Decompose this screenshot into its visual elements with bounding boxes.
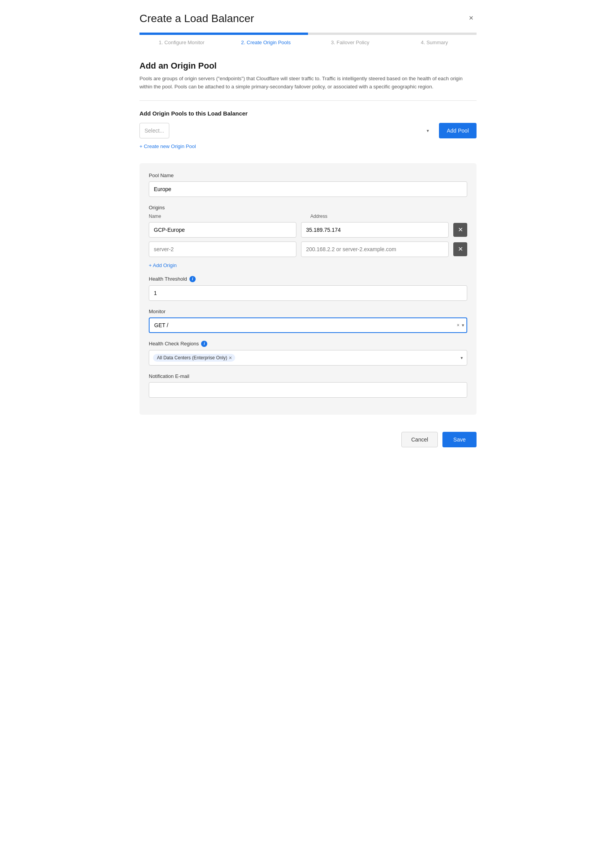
section-title: Add an Origin Pool (139, 61, 477, 71)
health-threshold-input[interactable] (149, 285, 467, 301)
pool-select[interactable]: Select... (139, 123, 169, 138)
pool-form: Pool Name Origins Name Address ✕ ✕ + Add… (139, 163, 477, 415)
create-load-balancer-modal: Create a Load Balancer × 1. Configure Mo… (124, 0, 492, 463)
step-summary[interactable]: 4. Summary (392, 35, 477, 50)
monitor-dropdown-icon[interactable]: ▾ (462, 323, 464, 328)
cancel-button[interactable]: Cancel (401, 432, 438, 447)
steps-navigation: 1. Configure Monitor 2. Create Origin Po… (139, 35, 477, 50)
add-pools-subsection-title: Add Origin Pools to this Load Balancer (139, 110, 477, 117)
health-threshold-label: Health Threshold i (149, 276, 467, 282)
monitor-clear-icon[interactable]: × (457, 323, 459, 328)
notification-email-group: Notification E-mail (149, 373, 467, 398)
health-check-regions-label: Health Check Regions i (149, 341, 467, 347)
origin-row-1: ✕ (149, 222, 467, 238)
origin-address-input-1[interactable] (301, 222, 449, 238)
modal-header: Create a Load Balancer × (139, 12, 477, 25)
monitor-group: Monitor × ▾ (149, 309, 467, 333)
health-check-regions-group: Health Check Regions i All Data Centers … (149, 341, 467, 366)
section-divider (139, 100, 477, 101)
step-configure-monitor[interactable]: 1. Configure Monitor (139, 35, 224, 50)
origins-header: Name Address (149, 214, 467, 219)
pool-name-label: Pool Name (149, 172, 467, 178)
select-pool-row: Select... Add Pool (139, 123, 477, 138)
remove-origin-button-2[interactable]: ✕ (453, 242, 467, 256)
origin-address-input-2[interactable] (301, 241, 449, 257)
add-origin-link[interactable]: + Add Origin (149, 262, 177, 268)
origin-name-input-1[interactable] (149, 222, 296, 238)
address-col-label: Address (310, 214, 467, 219)
monitor-select-input[interactable] (149, 317, 467, 333)
pool-name-input[interactable] (149, 181, 467, 197)
health-check-dropdown-arrow: ▾ (461, 355, 463, 360)
origins-label: Origins (149, 205, 467, 210)
notification-email-input[interactable] (149, 382, 467, 398)
origin-row-2: ✕ (149, 241, 467, 257)
health-threshold-group: Health Threshold i (149, 276, 467, 301)
add-pool-button[interactable]: Add Pool (439, 123, 477, 138)
create-new-origin-pool-link[interactable]: + Create new Origin Pool (139, 143, 196, 149)
save-button[interactable]: Save (442, 432, 477, 447)
health-check-tag-remove[interactable]: × (229, 355, 232, 360)
health-check-regions-wrapper[interactable]: All Data Centers (Enterprise Only) × ▾ (149, 350, 467, 366)
health-check-regions-info-icon[interactable]: i (201, 341, 207, 347)
close-button[interactable]: × (466, 12, 477, 23)
health-check-tag: All Data Centers (Enterprise Only) × (153, 354, 235, 362)
notification-email-label: Notification E-mail (149, 373, 467, 379)
step-create-origin-pools[interactable]: 2. Create Origin Pools (224, 35, 308, 50)
modal-footer: Cancel Save (139, 426, 477, 447)
remove-origin-button-1[interactable]: ✕ (453, 223, 467, 237)
step-failover-policy[interactable]: 3. Failover Policy (308, 35, 392, 50)
health-threshold-info-icon[interactable]: i (189, 276, 196, 282)
monitor-select-wrapper: × ▾ (149, 317, 467, 333)
monitor-label: Monitor (149, 309, 467, 314)
pool-select-wrapper: Select... (139, 123, 434, 138)
pool-name-group: Pool Name (149, 172, 467, 197)
origin-name-input-2[interactable] (149, 241, 296, 257)
modal-title: Create a Load Balancer (139, 12, 254, 25)
name-col-label: Name (149, 214, 306, 219)
section-description: Pools are groups of origin servers ("end… (139, 75, 477, 91)
origins-group: Origins Name Address ✕ ✕ + Add Origin (149, 205, 467, 268)
monitor-select-actions: × ▾ (457, 323, 464, 328)
